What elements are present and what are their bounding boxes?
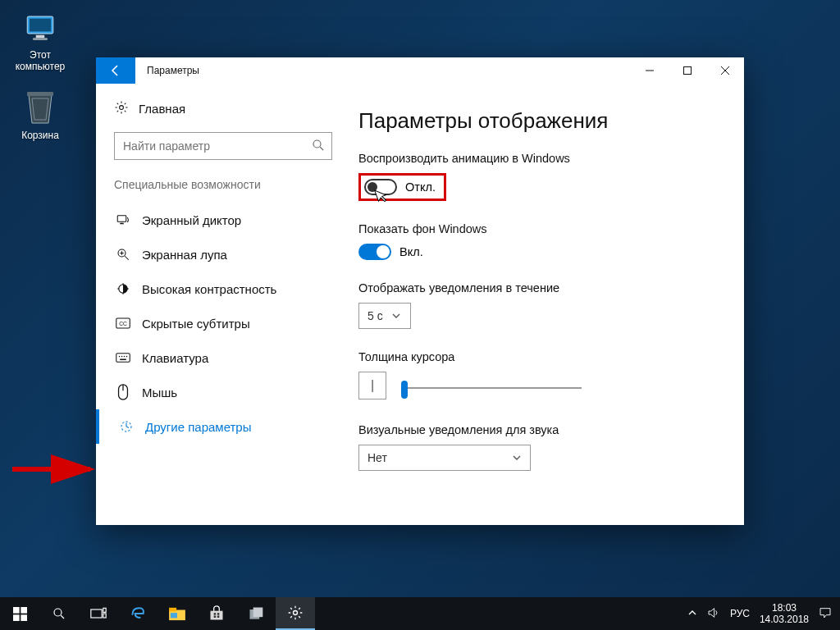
taskbar-app[interactable] (236, 597, 276, 630)
svg-rect-11 (120, 223, 124, 225)
sidebar-home-label: Главная (139, 102, 185, 116)
dropdown-notification-duration[interactable]: 5 с (358, 303, 411, 329)
other-options-icon (119, 419, 134, 434)
cursor-thickness-preview: | (358, 372, 386, 399)
slider-cursor-thickness[interactable] (401, 374, 582, 402)
svg-point-37 (54, 609, 62, 616)
maximize-button[interactable] (669, 57, 706, 84)
highlight-box: Откл. (358, 173, 446, 201)
svg-rect-45 (211, 611, 223, 620)
tray-chevron-icon[interactable] (687, 608, 697, 620)
toggle-animations-state: Откл. (405, 180, 436, 194)
recycle-bin-icon (21, 89, 60, 128)
svg-rect-1 (30, 19, 51, 32)
taskbar-settings[interactable] (276, 597, 315, 630)
setting-label-cursor: Толщина курсора (358, 350, 719, 363)
close-button[interactable] (706, 57, 744, 84)
sidebar-item-closed-captions[interactable]: CC Скрытые субтитры (114, 306, 332, 340)
svg-point-26 (124, 356, 126, 358)
svg-rect-39 (91, 609, 102, 618)
tray-action-center-icon[interactable] (819, 606, 832, 622)
svg-point-52 (294, 611, 298, 615)
svg-point-8 (313, 140, 321, 148)
svg-line-38 (61, 615, 64, 619)
svg-rect-10 (117, 216, 126, 222)
sidebar-item-magnifier[interactable]: Экранная лупа (114, 237, 332, 272)
desktop-icon-this-pc[interactable]: Этот компьютер (8, 8, 72, 72)
tray-time: 18:03 (760, 602, 809, 614)
svg-rect-28 (120, 359, 126, 361)
toggle-background[interactable] (358, 244, 391, 260)
sidebar-item-label: Высокая контрастность (142, 282, 276, 296)
sidebar-item-high-contrast[interactable]: Высокая контрастность (114, 272, 332, 306)
sidebar-item-keyboard[interactable]: Клавиатура (114, 340, 332, 375)
svg-rect-35 (13, 614, 20, 621)
tray-language[interactable]: РУС (730, 608, 750, 619)
tray-clock[interactable]: 18:03 14.03.2018 (760, 602, 809, 625)
svg-rect-3 (33, 38, 48, 40)
svg-rect-48 (214, 616, 217, 619)
dropdown-visual-notifications[interactable]: Нет (358, 445, 531, 471)
svg-line-9 (320, 147, 323, 150)
sidebar-item-narrator[interactable]: Экранный диктор (114, 203, 332, 237)
search-input[interactable] (114, 132, 332, 160)
computer-icon (21, 8, 60, 48)
svg-rect-51 (253, 608, 263, 618)
taskbar-explorer[interactable] (158, 597, 197, 630)
settings-window: Параметры Главная Специальные возможност… (96, 57, 744, 525)
svg-point-24 (119, 356, 121, 358)
sidebar-item-mouse[interactable]: Мышь (114, 375, 332, 409)
dropdown-value: 5 с (368, 309, 383, 322)
sidebar-item-other-options[interactable]: Другие параметры (96, 409, 332, 444)
svg-rect-2 (36, 35, 45, 39)
svg-text:CC: CC (119, 321, 127, 326)
sidebar-item-label: Клавиатура (142, 351, 208, 365)
svg-point-27 (126, 356, 128, 358)
mouse-icon (116, 384, 130, 400)
gear-icon (114, 100, 129, 117)
system-tray: РУС 18:03 14.03.2018 (687, 602, 840, 625)
magnifier-icon (116, 247, 130, 262)
start-button[interactable] (0, 597, 39, 630)
tray-volume-icon[interactable] (707, 606, 720, 622)
svg-point-7 (120, 106, 124, 110)
desktop-icon-recycle-bin[interactable]: Корзина (8, 89, 72, 141)
taskbar: РУС 18:03 14.03.2018 (0, 597, 840, 630)
setting-label-notifications: Отображать уведомления в течение (358, 281, 719, 294)
svg-rect-23 (116, 354, 130, 363)
sidebar-item-label: Экранная лупа (142, 248, 227, 262)
sidebar-item-label: Скрытые субтитры (142, 317, 250, 331)
narrator-icon (116, 212, 130, 227)
svg-rect-36 (21, 614, 27, 621)
back-button[interactable] (96, 57, 135, 84)
cc-icon: CC (116, 317, 130, 330)
sidebar-category: Специальные возможности (114, 178, 332, 191)
titlebar: Параметры (96, 57, 744, 84)
sidebar-home[interactable]: Главная (114, 100, 332, 117)
setting-label-background: Показать фон Windows (358, 222, 719, 235)
sidebar: Главная Специальные возможности Экранный… (96, 84, 350, 525)
taskbar-edge[interactable] (118, 597, 158, 630)
svg-rect-40 (103, 608, 106, 612)
search-icon (311, 138, 326, 156)
taskbar-task-view[interactable] (79, 597, 118, 630)
svg-rect-41 (103, 614, 106, 618)
setting-label-visual-notifications: Визуальные уведомления для звука (358, 423, 719, 436)
svg-point-25 (121, 356, 123, 358)
window-title: Параметры (135, 57, 199, 84)
chevron-down-icon (391, 311, 401, 321)
content-pane: Параметры отображения Воспроизводить ани… (350, 84, 744, 525)
svg-rect-34 (21, 607, 27, 614)
svg-rect-43 (169, 608, 176, 612)
svg-rect-47 (217, 613, 220, 615)
desktop-icon-label: Корзина (8, 130, 72, 141)
taskbar-search[interactable] (39, 597, 79, 630)
dropdown-value: Нет (368, 451, 387, 464)
tray-date: 14.03.2018 (760, 614, 809, 625)
search-box[interactable] (114, 132, 332, 160)
setting-label-animations: Воспроизводить анимацию в Windows (358, 152, 719, 165)
taskbar-store[interactable] (197, 597, 236, 630)
minimize-button[interactable] (631, 57, 669, 84)
slider-thumb[interactable] (401, 381, 408, 399)
contrast-icon (116, 281, 130, 296)
